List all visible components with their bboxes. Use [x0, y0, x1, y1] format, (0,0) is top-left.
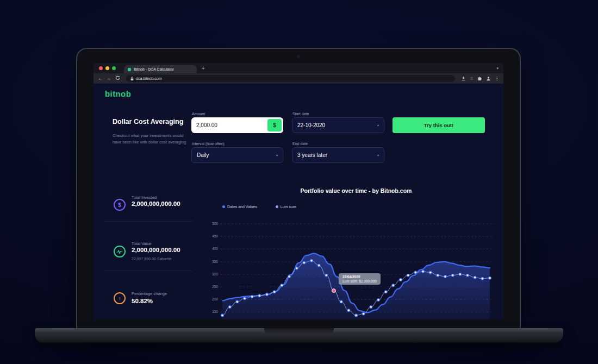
laptop-screen: Bitnob - DCA Calculator + ▾ ← → dca.bitn… — [76, 48, 521, 329]
chart-point[interactable] — [244, 297, 246, 300]
url-bar[interactable]: dca.bitnob.com — [126, 75, 455, 82]
chart-point[interactable] — [474, 276, 476, 279]
amount-field: $ — [191, 117, 283, 133]
reload-icon[interactable] — [115, 76, 120, 81]
legend-label: Lum sum — [281, 205, 296, 209]
chart-point[interactable] — [340, 300, 342, 303]
chart-svg[interactable] — [220, 218, 492, 319]
zoom-window-button[interactable] — [112, 66, 116, 70]
lock-icon — [130, 77, 134, 81]
chart-point[interactable] — [281, 284, 283, 287]
chart-point[interactable] — [221, 314, 224, 317]
try-this-out-button[interactable]: Try this out! — [393, 117, 485, 133]
total-invested-label: Total Invested — [132, 195, 157, 200]
chart-point[interactable] — [251, 296, 253, 298]
chart-point[interactable] — [377, 299, 380, 302]
percentage-change-value: 50.82% — [132, 298, 153, 304]
extensions-icon[interactable] — [477, 76, 482, 81]
satoshis-subtext: 22,897,890.00 Satoshis — [132, 257, 172, 261]
bookmark-star-icon[interactable]: ☆ — [470, 77, 474, 81]
chart-point[interactable] — [422, 270, 425, 273]
legend-dot-icon — [276, 205, 278, 208]
total-invested-value: 2,000,000,000.00 — [132, 200, 180, 207]
download-icon[interactable] — [461, 76, 466, 81]
profile-icon[interactable] — [486, 76, 491, 81]
chart-point[interactable] — [355, 314, 358, 317]
chart-point[interactable] — [444, 275, 447, 278]
chart-point[interactable] — [384, 291, 387, 293]
interval-select[interactable]: Daily ▾ — [191, 147, 283, 163]
chart-point[interactable] — [400, 279, 402, 281]
chart-point[interactable] — [392, 284, 395, 287]
chart-point[interactable] — [407, 274, 409, 277]
chart-point[interactable] — [273, 291, 276, 293]
chart-legend: Dates and Values Lum sum — [222, 205, 296, 209]
tab-search-chevron-icon[interactable]: ▾ — [496, 66, 499, 71]
tab-title: Bitnob - DCA Calculator — [134, 67, 174, 71]
legend-item-lum-sum[interactable]: Lum sum — [276, 205, 296, 209]
forward-icon[interactable]: → — [107, 76, 111, 81]
new-tab-button[interactable]: + — [202, 66, 205, 71]
activity-icon — [114, 246, 126, 258]
amount-input[interactable] — [191, 122, 256, 128]
chart-point[interactable] — [228, 306, 231, 309]
browser-menu-icon[interactable]: ⋮ — [495, 77, 499, 81]
start-date-label: Start date — [292, 112, 309, 116]
chart-ytick-label: 350 — [212, 260, 218, 263]
browser-tab[interactable]: Bitnob - DCA Calculator — [124, 65, 197, 73]
chart-point[interactable] — [303, 261, 306, 264]
browser-window: Bitnob - DCA Calculator + ▾ ← → dca.bitn… — [94, 63, 503, 319]
chart-highlight-point[interactable] — [332, 289, 336, 293]
chart-point[interactable] — [362, 312, 365, 315]
chart-point[interactable] — [437, 274, 439, 277]
chart-point[interactable] — [459, 273, 462, 275]
chart-point[interactable] — [347, 309, 350, 312]
start-date-select[interactable]: 22-10-2020 ▾ — [292, 117, 384, 133]
close-window-button[interactable] — [99, 66, 103, 70]
legend-item-dates-and-values[interactable]: Dates and Values — [222, 205, 257, 209]
currency-button[interactable]: $ — [267, 119, 282, 131]
window-controls — [99, 66, 119, 70]
back-icon[interactable]: ← — [98, 76, 103, 81]
minimize-window-button[interactable] — [105, 66, 109, 70]
page-title: Dollar Cost Averaging — [113, 118, 183, 125]
url-text: dca.bitnob.com — [136, 77, 161, 80]
bitnob-favicon-icon — [128, 68, 131, 71]
laptop-base — [35, 328, 563, 343]
tooltip-value: Lum sum: $2,000,000 — [342, 279, 377, 283]
end-date-label: End date — [292, 142, 308, 146]
chart-point[interactable] — [310, 259, 313, 262]
chart-point[interactable] — [295, 267, 298, 269]
divider — [105, 221, 193, 222]
backdrop: { "browser": { "tab_title": "Bitnob - DC… — [0, 0, 598, 364]
total-value-value: 2,000,000,000.00 — [132, 247, 180, 253]
chart-point[interactable] — [288, 275, 291, 278]
chart-point[interactable] — [429, 271, 432, 274]
chart-point[interactable] — [266, 293, 269, 296]
chevron-down-icon: ▾ — [377, 153, 379, 157]
bitnob-logo: bitnob — [105, 89, 131, 98]
legend-dot-icon — [222, 205, 225, 208]
chart-point[interactable] — [370, 306, 372, 309]
chart-ytick-label: 250 — [212, 285, 218, 288]
end-date-select[interactable]: 3 years later ▾ — [292, 147, 384, 163]
chevron-down-icon: ▾ — [377, 123, 379, 127]
legend-label: Dates and Values — [227, 205, 257, 209]
end-date-value: 3 years later — [297, 152, 327, 158]
chart-point[interactable] — [325, 274, 328, 277]
chart-ytick-label: 500 — [212, 222, 218, 225]
chart-point[interactable] — [236, 300, 239, 303]
chart-point[interactable] — [466, 274, 469, 277]
chart-point[interactable] — [414, 271, 417, 274]
chart-point[interactable] — [317, 264, 320, 267]
arrow-up-icon: ↑ — [114, 292, 126, 304]
chart-ytick-label: 400 — [212, 247, 218, 250]
chart-point[interactable] — [451, 274, 454, 277]
chart-point[interactable] — [258, 294, 261, 297]
chart-point[interactable] — [481, 277, 484, 280]
browser-tabbar: Bitnob - DCA Calculator + ▾ — [94, 63, 503, 73]
total-value-label: Total Value — [132, 241, 152, 246]
portfolio-chart: 500450400350300250200150 22/04/2020 Lum … — [204, 218, 492, 319]
interval-value: Daily — [197, 152, 209, 158]
chart-point[interactable] — [489, 277, 491, 279]
